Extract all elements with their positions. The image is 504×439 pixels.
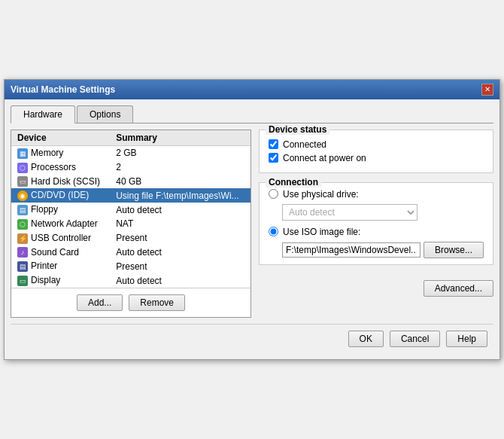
connected-label: Connected [283, 139, 326, 150]
device-summary-cell: Auto detect [110, 245, 250, 260]
device-name-cell: ▭Display [11, 273, 110, 288]
connect-power-row: Connect at power on [269, 153, 484, 163]
browse-button[interactable]: Browse... [424, 242, 484, 258]
hdd-icon: ▭ [17, 176, 28, 187]
connect-power-label: Connect at power on [283, 153, 366, 163]
device-summary-cell: Auto detect [110, 203, 250, 217]
iso-radio[interactable] [269, 227, 278, 236]
table-row[interactable]: ◉CD/DVD (IDE) Using file F:\temp\Images\… [11, 188, 250, 203]
table-row[interactable]: ▤Printer Present [11, 259, 250, 273]
add-button[interactable]: Add... [77, 294, 123, 311]
tab-bar: Hardware Options [11, 105, 493, 123]
usb-icon: ⚡ [17, 233, 28, 244]
main-area: Device Summary ▦Memory 2 GB ⬡Processors … [11, 130, 493, 318]
cpu-icon: ⬡ [17, 163, 28, 173]
col-summary: Summary [110, 130, 250, 146]
device-summary-cell: 2 [110, 160, 250, 175]
device-summary-cell: Using file F:\temp\Images\Wi... [110, 188, 250, 203]
device-summary-cell: Present [110, 231, 250, 245]
device-name-cell: ▤Printer [11, 259, 110, 273]
connect-power-checkbox[interactable] [269, 153, 278, 163]
iso-path-input[interactable] [282, 242, 421, 258]
table-row[interactable]: ▭Display Auto detect [11, 273, 250, 288]
device-name-cell: ⬡Network Adapter [11, 217, 110, 231]
table-row[interactable]: ⚡USB Controller Present [11, 231, 250, 245]
device-status-section: Device status Connected Connect at power… [259, 130, 493, 173]
connected-checkbox[interactable] [269, 139, 278, 149]
remove-button[interactable]: Remove [129, 294, 185, 311]
ok-button[interactable]: OK [348, 331, 384, 347]
sound-icon: ♪ [17, 247, 28, 258]
cd-icon: ◉ [17, 191, 28, 201]
iso-row: Use ISO image file: [269, 227, 484, 237]
physical-drive-row: Use physical drive: [269, 189, 484, 200]
close-button[interactable]: ✕ [481, 84, 493, 96]
device-name-cell: ◉CD/DVD (IDE) [11, 188, 110, 203]
device-panel: Device Summary ▦Memory 2 GB ⬡Processors … [11, 130, 251, 318]
table-row[interactable]: ▤Floppy Auto detect [11, 203, 250, 217]
footer-buttons: OK Cancel Help [11, 324, 493, 353]
advanced-row: Advanced... [259, 280, 493, 297]
table-row[interactable]: ▭Hard Disk (SCSI) 40 GB [11, 175, 250, 189]
iso-label: Use ISO image file: [283, 227, 360, 237]
device-table: Device Summary ▦Memory 2 GB ⬡Processors … [11, 130, 250, 288]
table-row[interactable]: ⬡Network Adapter NAT [11, 217, 250, 231]
display-icon: ▭ [17, 276, 28, 286]
physical-drive-radio[interactable] [269, 189, 278, 199]
device-name-cell: ⚡USB Controller [11, 231, 110, 245]
right-panel: Device status Connected Connect at power… [259, 130, 493, 318]
device-summary-cell: Auto detect [110, 273, 250, 288]
physical-drive-label: Use physical drive: [283, 189, 359, 200]
help-button[interactable]: Help [446, 331, 487, 347]
iso-path-row: Browse... [282, 242, 484, 258]
table-row[interactable]: ♪Sound Card Auto detect [11, 245, 250, 260]
device-name-cell: ▭Hard Disk (SCSI) [11, 175, 110, 189]
connection-section: Connection Use physical drive: Auto dete… [259, 182, 493, 265]
network-icon: ⬡ [17, 219, 28, 230]
device-buttons: Add... Remove [11, 288, 250, 317]
device-name-cell: ⬡Processors [11, 160, 110, 175]
titlebar: Virtual Machine Settings ✕ [5, 80, 499, 99]
connected-row: Connected [269, 139, 484, 150]
content-area: Hardware Options Device Summary [5, 99, 499, 359]
floppy-icon: ▤ [17, 205, 28, 215]
memory-icon: ▦ [17, 148, 28, 159]
device-summary-cell: 40 GB [110, 175, 250, 189]
printer-icon: ▤ [17, 261, 28, 272]
tab-hardware[interactable]: Hardware [11, 105, 75, 123]
connection-title: Connection [266, 177, 321, 187]
device-summary-cell: 2 GB [110, 145, 250, 160]
col-device: Device [11, 130, 110, 146]
device-name-cell: ♪Sound Card [11, 245, 110, 260]
tab-options[interactable]: Options [77, 105, 133, 123]
device-name-cell: ▦Memory [11, 145, 110, 160]
device-summary-cell: Present [110, 259, 250, 273]
device-summary-cell: NAT [110, 217, 250, 231]
device-status-title: Device status [266, 124, 329, 135]
physical-drive-select[interactable]: Auto detect [282, 204, 417, 221]
device-name-cell: ▤Floppy [11, 203, 110, 217]
auto-detect-row: Auto detect [282, 204, 484, 221]
table-row[interactable]: ▦Memory 2 GB [11, 145, 250, 160]
advanced-button[interactable]: Advanced... [424, 280, 493, 297]
table-row[interactable]: ⬡Processors 2 [11, 160, 250, 175]
main-window: Virtual Machine Settings ✕ Hardware Opti… [4, 79, 500, 360]
cancel-button[interactable]: Cancel [390, 331, 440, 347]
window-title: Virtual Machine Settings [11, 84, 115, 95]
